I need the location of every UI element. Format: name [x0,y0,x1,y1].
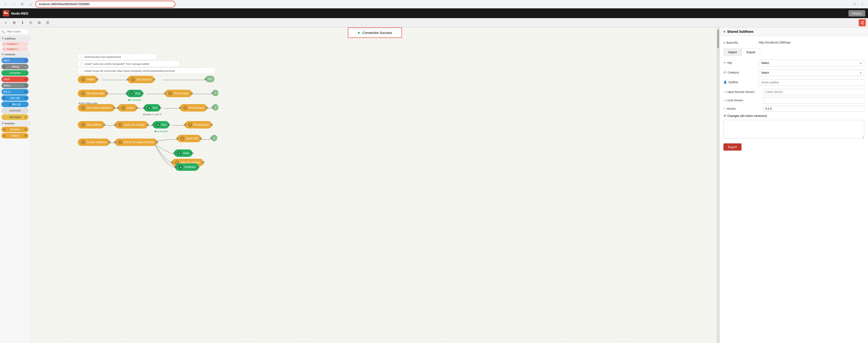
common-section-header[interactable]: ∨ common [0,52,30,57]
find2-icon: ● [147,106,151,110]
filter-wrap: 🔍 api [0,27,30,36]
settings-button[interactable]: ⚙ [11,19,18,26]
toast-success-icon: ● [358,30,360,35]
send1-node[interactable]: sen [206,76,214,82]
deploy-button[interactable]: Deploy [848,10,865,17]
find3-node[interactable]: ● find connected [153,121,169,128]
subflow-1-label: Subflow 1 [7,42,18,45]
health-node[interactable]: f health [78,76,97,83]
switch-right-port [24,135,27,137]
version-input[interactable]: 0.1.0 [763,106,864,112]
right-panel-header-icon: ≡ [723,30,725,33]
switch-node-item[interactable]: switch [1,133,29,139]
get-meta-node[interactable]: f Get Meta data [78,90,107,97]
app-name: Node-RED [11,11,28,15]
version-row: ⑂ Version 0.1.0 [723,106,864,112]
version-icon: ⑂ [723,107,725,110]
check-fields-node[interactable]: f Check for required fields [115,139,157,146]
set-payload-node[interactable]: f Set payload [128,76,154,83]
subflows-section-header[interactable]: ∨ subflows [0,36,30,41]
get-active-node[interactable]: f Get Active Subflows [78,104,115,112]
inject-node-item[interactable]: inject [1,58,29,63]
get-meta-label: Get Meta data [87,92,104,95]
subflow-2-item[interactable]: ⬡ Subflow 2 [1,47,29,51]
back-button[interactable]: ← [2,1,9,7]
format-data1-node[interactable]: f Format data [165,90,192,97]
format-data2-node[interactable]: f Format data [180,104,207,112]
link-out-left-port [9,103,11,106]
local-version-input[interactable] [763,97,864,104]
link-call-left-port [3,97,6,99]
set-payload-left-port [126,78,129,81]
send3-node[interactable]: s [212,104,218,111]
debug-node-item[interactable]: debug ≡ [1,64,29,69]
data-subflow-left-port [170,161,173,164]
subflows-node[interactable]: ● Subflows [175,163,199,171]
test-inject-node-item[interactable]: ⚠ test inject [1,114,29,120]
send2-node[interactable]: s [212,90,218,96]
link-in-node-item[interactable]: link in [1,89,29,94]
info-button[interactable]: ℹ [19,19,26,26]
subflow-1-item[interactable]: ⬡ Subflow 1 [1,41,29,46]
query-mongo-node[interactable]: f Query for mongo [115,121,148,128]
send3-label: s [215,106,216,109]
copy-button[interactable]: ⎘ [27,19,34,26]
function-section-header[interactable]: ∨ function [0,121,30,126]
menu-button[interactable]: ☰ [44,19,51,26]
complete-node-item[interactable]: complete [1,70,29,76]
filter-input[interactable]: api [6,29,29,34]
export-tab[interactable]: Export [742,48,760,56]
link-call-node-item[interactable]: link call [1,95,29,101]
meta-right-port [191,152,193,154]
meta-node[interactable]: ● meta [174,149,192,157]
canvas-scrollbar[interactable] [717,27,719,343]
status-node-item[interactable]: status [1,83,29,88]
browser-menu-icon[interactable]: ⋮ [859,1,866,7]
category-select[interactable]: Select [759,69,864,76]
right-panel: ≡ Shared Subflows ≡ BaseURL http://local… [719,27,868,343]
comment-install-mongo-community[interactable]: ◯ install mongo db community https://www… [78,68,215,74]
changes-textarea[interactable] [723,120,864,139]
find1-node[interactable]: ● find connected [126,90,143,97]
local-version-label-text: Local Version [726,99,743,102]
function-left-port [3,128,6,131]
logo-icon [3,10,9,17]
create-subflows-node[interactable]: f Create subflows [78,139,110,146]
active-left-port [117,107,119,109]
active-node[interactable]: f active [118,104,137,112]
browser-star-icon[interactable]: ☆ [851,1,858,7]
home-button[interactable]: ⌂ [27,1,34,7]
catch-node-item[interactable]: catch [1,77,29,82]
latest-remote-version-input[interactable] [763,89,864,95]
subflows-right-port [197,166,200,168]
link-out-node-item[interactable]: link out [1,102,29,107]
send400-node[interactable]: f Send 400 [177,135,201,142]
toolbar-settings2-button[interactable]: ⚙ [36,19,43,26]
comment-icon-3: ◯ [80,69,83,72]
add-tab-button[interactable]: + [2,19,9,26]
canvas-scrollbar-thumb[interactable] [717,30,719,48]
get-subflow-node[interactable]: f Get subflow [78,121,104,128]
import-tab[interactable]: Import [723,48,742,56]
find2-node[interactable]: ● find success 1, error 0 [144,104,160,112]
comment-auth-not-impl[interactable]: ◯ Authentication Not Implemented [78,54,157,60]
format-data1-icon: f [168,91,172,95]
function-node-item[interactable]: function [1,127,29,132]
send1-label: sen [208,77,212,81]
refresh-button[interactable]: ↻ [19,1,26,7]
share-button[interactable] [859,19,866,26]
format-data3-node[interactable]: f Format data [185,121,212,128]
comment-node-item[interactable]: comment [1,108,29,113]
export-button[interactable]: Export [723,143,742,150]
app-select[interactable]: Select [759,60,864,66]
forward-button[interactable]: → [11,1,17,7]
subflow-input[interactable] [759,79,864,86]
local-version-row: ⑂ Local Version [723,97,864,104]
url-bar[interactable] [36,1,175,7]
send400-out-node[interactable]: s [211,135,217,141]
svg-line-5 [862,22,863,23]
canvas-area[interactable]: ● Connection Success [30,27,719,343]
comment-install-mongo4[interactable]: ◯ install "node-red-contrib-mongodb4" fr… [78,61,180,67]
svg-point-3 [861,22,862,23]
find2-left-port [143,107,145,109]
